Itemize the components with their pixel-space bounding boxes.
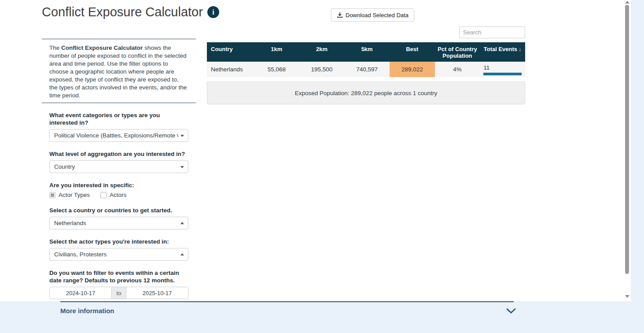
checkbox-checked-icon — [49, 192, 55, 198]
date-from-input[interactable] — [50, 287, 111, 299]
cell-2km: 195,500 — [299, 62, 345, 77]
cell-best-highlighted: 289,022 — [390, 62, 435, 77]
scroll-down-arrow-icon[interactable] — [625, 295, 629, 298]
sort-descending-icon: ↓ — [519, 46, 522, 52]
caret-up-icon — [180, 253, 184, 255]
actor-types-select-label: Select the actor types you're interested… — [49, 238, 188, 245]
specific-interest-label: Are you interested in specific: — [49, 181, 188, 189]
specific-interest-options: Actor Types Actors — [49, 192, 188, 198]
actors-checkbox[interactable]: Actors — [100, 192, 126, 198]
actor-types-checkbox[interactable]: Actor Types — [49, 192, 90, 198]
main-content-panel: Conflict Exposure Calculator i Download … — [0, 0, 631, 301]
cell-total-events: 11 — [480, 62, 525, 77]
country-select-label: Select a country or countries to get sta… — [49, 207, 188, 214]
scroll-up-arrow-icon[interactable] — [625, 1, 629, 4]
exposure-table: Country 1km 2km 5km Best Pct of Country … — [207, 42, 525, 77]
event-category-label: What event categories or types are you i… — [49, 111, 188, 126]
caret-down-icon — [180, 166, 184, 168]
caret-up-icon — [180, 222, 184, 224]
column-header-1km[interactable]: 1km — [254, 42, 299, 62]
actor-types-checkbox-label: Actor Types — [59, 192, 90, 198]
description-bold: Conflict Exposure Calculator — [61, 44, 143, 51]
column-header-country[interactable]: Country — [207, 42, 254, 62]
description-prefix: The — [49, 44, 61, 51]
total-events-value: 11 — [483, 64, 522, 71]
checkbox-unchecked-icon — [100, 192, 107, 198]
description-rest: shows the number of people exposed to co… — [49, 44, 187, 99]
search-input[interactable] — [459, 26, 525, 38]
table-row[interactable]: Netherlands 55,068 195,500 740,597 289,0… — [207, 62, 525, 77]
event-category-value: Political Violence (Battles, Explosions/… — [54, 132, 178, 139]
download-icon — [337, 12, 343, 18]
more-information-bar[interactable]: More information — [0, 301, 644, 333]
aggregation-value: Country — [54, 163, 75, 170]
column-header-pct[interactable]: Pct of Country Population — [435, 42, 480, 62]
cell-1km: 55,068 — [254, 62, 299, 77]
events-data-bar — [483, 73, 522, 75]
cell-country: Netherlands — [207, 62, 254, 77]
vertical-scrollbar[interactable] — [623, 0, 631, 301]
table-header-row: Country 1km 2km 5km Best Pct of Country … — [207, 42, 525, 62]
more-information-label: More information — [60, 307, 114, 314]
page-title: Conflict Exposure Calculator i — [42, 5, 219, 19]
chevron-down-icon[interactable] — [506, 308, 516, 314]
actor-types-value: Civilians, Protesters — [54, 251, 107, 258]
actors-checkbox-label: Actors — [110, 192, 126, 198]
column-header-best[interactable]: Best — [390, 42, 435, 62]
info-icon[interactable]: i — [207, 6, 219, 18]
actor-types-select[interactable]: Civilians, Protesters — [49, 248, 188, 261]
column-header-total-events[interactable]: Total Events↓ — [480, 42, 525, 62]
date-range-group: to — [49, 287, 188, 299]
event-category-select[interactable]: Political Violence (Battles, Explosions/… — [49, 129, 188, 142]
column-header-2km[interactable]: 2km — [299, 42, 345, 62]
caret-down-icon — [180, 135, 184, 137]
download-button-label: Download Selected Data — [346, 12, 408, 18]
divider-top — [42, 39, 196, 39]
footer-top-border — [60, 301, 514, 302]
calculator-description: The Conflict Exposure Calculator shows t… — [49, 44, 188, 100]
cell-pct: 4% — [435, 62, 480, 77]
total-events-header-label: Total Events — [484, 46, 517, 52]
date-range-label: Do you want to filter to events within a… — [49, 269, 188, 284]
country-select[interactable]: Netherlands — [49, 217, 188, 229]
exposed-population-summary: Exposed Population: 289,022 people acros… — [207, 81, 525, 104]
aggregation-select[interactable]: Country — [49, 160, 188, 173]
cell-5km: 740,597 — [344, 62, 390, 77]
scrollbar-thumb[interactable] — [625, 5, 629, 274]
filter-sidebar: The Conflict Exposure Calculator shows t… — [42, 39, 196, 324]
aggregation-label: What level of aggregation are you intere… — [49, 150, 188, 158]
country-value: Netherlands — [54, 220, 86, 226]
divider-bottom — [42, 103, 196, 103]
download-selected-data-button[interactable]: Download Selected Data — [331, 8, 414, 22]
column-header-5km[interactable]: 5km — [344, 42, 390, 62]
date-separator: to — [111, 287, 126, 299]
page-title-text: Conflict Exposure Calculator — [42, 5, 203, 19]
date-to-input[interactable] — [126, 287, 188, 299]
